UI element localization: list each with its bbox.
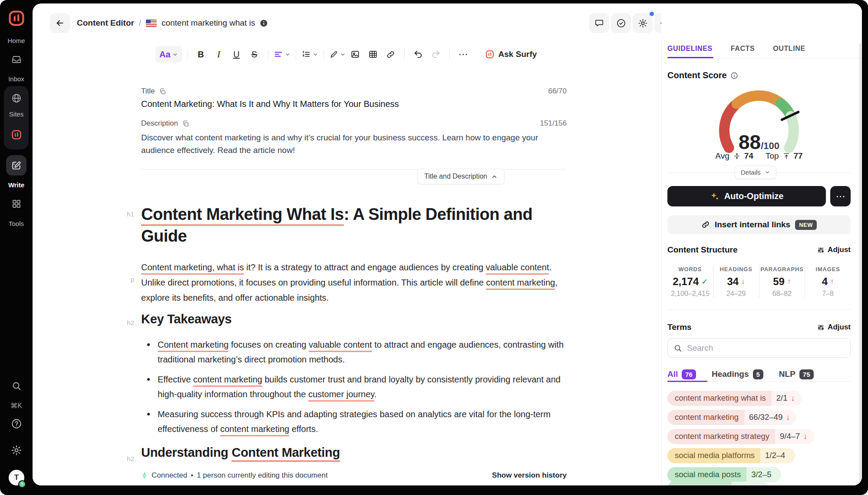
arrow-down-icon: ↓ [791, 393, 795, 403]
document-editor[interactable]: h1 Content Marketing What Is: A Simple D… [141, 197, 567, 461]
filter-headings[interactable]: Headings 5 [712, 369, 763, 379]
content-structure-stats: WORDS 2,174✓ 2,100–2,415 HEADINGS 34↓ 24… [667, 263, 851, 298]
notification-dot [650, 12, 654, 16]
back-button[interactable] [50, 13, 70, 33]
chevron-up-icon [491, 173, 498, 180]
breadcrumb-section[interactable]: Content Editor [77, 18, 134, 28]
copy-icon [182, 120, 189, 127]
panel-tabs: GUIDELINES FACTS OUTLINE [667, 40, 859, 57]
arrow-down-icon: ↓ [803, 432, 807, 441]
term-chip[interactable]: content marketing strategy 9/4–7↓ [667, 429, 814, 444]
score-benchmarks: Avg 74 Top 77 [661, 151, 857, 161]
list-item[interactable]: Content marketing focuses on creating va… [141, 337, 567, 367]
content-score-header: Content Score [667, 70, 851, 80]
section-divider [667, 309, 851, 310]
search-icon[interactable] [11, 381, 22, 391]
sparkles-icon [710, 192, 719, 201]
content-structure-title: Content Structure [667, 245, 738, 255]
gear-icon[interactable] [11, 445, 22, 456]
globe-icon[interactable] [11, 93, 22, 103]
copy-icon [159, 88, 166, 95]
filter-count-badge: 76 [682, 369, 696, 379]
app-window: Home Inbox Sites Write Tools ⌘K [0, 0, 868, 495]
insert-internal-links-button[interactable]: Insert internal links NEW [667, 215, 851, 234]
block-type-label: h2 [113, 319, 134, 326]
editor-status-bar: Connected • 1 person currently editing t… [33, 465, 661, 485]
score-value: 88/100 [711, 130, 807, 154]
inbox-icon[interactable] [11, 54, 22, 65]
avatar-presence-badge: T [18, 480, 26, 488]
term-chip[interactable]: social media platforms 1/2–4 [667, 448, 795, 463]
top-label: Top [766, 151, 779, 161]
grid-icon[interactable] [11, 199, 22, 209]
document-bullet-list[interactable]: Content marketing focuses on creating va… [141, 337, 567, 436]
sidebar-item-inbox[interactable]: Inbox [0, 75, 33, 83]
term-chip[interactable]: social media posts 3/2–5 [667, 467, 781, 482]
document-paragraph[interactable]: Content marketing, what is it? It is a s… [141, 260, 567, 306]
term-chip-partial[interactable] [667, 482, 768, 485]
block-type-label: h1 [113, 210, 134, 218]
connection-status: Connected [152, 471, 187, 480]
block-type-label: h2 [113, 455, 134, 462]
magnifier-icon [673, 344, 682, 352]
command-k-shortcut[interactable]: ⌘K [0, 402, 33, 410]
term-chip-list: content marketing what is 2/1↓ content m… [667, 391, 851, 485]
terms-adjust-button[interactable]: Adjust [817, 323, 851, 332]
lightning-icon [141, 472, 148, 479]
document-h2[interactable]: Key Takeaways [141, 310, 567, 328]
arrow-down-icon: ↓ [786, 412, 790, 422]
settings-button[interactable] [633, 13, 653, 33]
filter-nlp[interactable]: NLP 75 [779, 369, 814, 379]
surfer-logo[interactable] [7, 9, 26, 27]
description-input[interactable]: Discover what content marketing is and w… [141, 131, 565, 156]
stat-paragraphs: PARAGRAPHS 59↑ 68–82 [759, 263, 805, 298]
document-h2[interactable]: Understanding Content Marketing [141, 444, 567, 461]
show-version-history-link[interactable]: Show version history [492, 471, 567, 480]
sidebar-item-write-button[interactable] [6, 155, 26, 176]
top-value: 77 [794, 151, 803, 161]
sidebar-item-write[interactable]: Write [0, 181, 33, 189]
structure-adjust-button[interactable]: Adjust [817, 246, 851, 254]
help-icon[interactable] [11, 418, 22, 429]
block-type-label: p [113, 276, 134, 283]
chevron-down-icon [765, 169, 770, 175]
auto-optimize-button[interactable]: Auto-Optimize [667, 186, 826, 206]
active-tab-indicator [667, 57, 713, 58]
title-input[interactable]: Content Marketing: What Is It and Why It… [141, 99, 399, 109]
comments-button[interactable] [589, 13, 609, 33]
collapse-title-description-button[interactable]: Title and Description [417, 169, 505, 184]
panel-scrollbar[interactable] [859, 43, 861, 482]
avg-icon [733, 152, 741, 160]
content-structure-header: Content Structure Adjust [667, 245, 851, 255]
sidebar-group: Sites [4, 86, 29, 149]
terms-header: Terms Adjust [667, 322, 851, 332]
avg-label: Avg [715, 151, 729, 161]
document-h1[interactable]: Content Marketing What Is: A Simple Defi… [141, 203, 567, 247]
sidebar-item-home[interactable]: Home [0, 37, 33, 44]
auto-optimize-more-button[interactable]: ⋯ [830, 186, 851, 206]
tab-guidelines[interactable]: GUIDELINES [667, 45, 713, 53]
tab-facts[interactable]: FACTS [731, 45, 755, 53]
content-score-gauge: 88/100 [711, 87, 807, 153]
sidebar: Home Inbox Sites Write Tools ⌘K [0, 0, 33, 495]
filter-count-badge: 5 [753, 369, 763, 379]
title-char-count: 66/70 [548, 87, 567, 96]
filter-all[interactable]: All 76 [667, 369, 696, 379]
term-chip[interactable]: content marketing 66/32–49↓ [667, 410, 796, 425]
terms-title: Terms [667, 322, 692, 332]
terms-search [667, 338, 851, 358]
tab-outline[interactable]: OUTLINE [773, 45, 805, 53]
terms-filters: All 76 Headings 5 NLP 75 [667, 368, 851, 381]
sidebar-item-tools[interactable]: Tools [0, 220, 33, 227]
sidebar-item-sites[interactable]: Sites [0, 110, 33, 118]
sliders-icon [817, 246, 825, 254]
approve-button[interactable] [611, 13, 631, 33]
details-button[interactable]: Details [735, 166, 776, 179]
description-char-count: 151/156 [540, 119, 567, 128]
terms-search-input[interactable] [668, 339, 850, 357]
status-separator: • [191, 471, 193, 480]
list-item[interactable]: Measuring success through KPIs and adapt… [141, 407, 567, 436]
list-item[interactable]: Effective content marketing builds custo… [141, 372, 567, 402]
surfer-mini-icon[interactable] [11, 129, 22, 140]
term-chip[interactable]: content marketing what is 2/1↓ [667, 391, 802, 406]
